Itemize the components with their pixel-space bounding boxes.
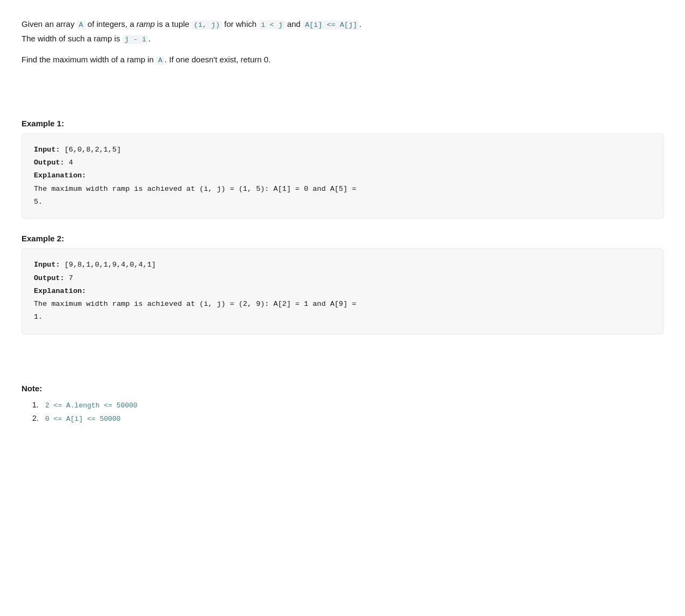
example1-input-label: Input: [34,146,60,154]
example2-explanation-text1: The maximum width ramp is achieved at (i… [34,298,651,311]
note-item-1-num: 1. [32,400,41,409]
example1-explanation-label: Explanation: [34,171,86,180]
code-A1: A [77,20,85,30]
problem-container: Given an array A of integers, a ramp is … [22,17,663,423]
example2-explanation-line: Explanation: [34,285,651,298]
example1-explanation-text1: The maximum width ramp is achieved at (i… [34,183,651,196]
example1-title: Example 1: [22,119,663,128]
code-A2: A [156,56,165,65]
example1-output-label: Output: [34,159,65,167]
example1-input-value: [6,0,8,2,1,5] [60,146,121,154]
example1-explanation-line: Explanation: [34,169,651,182]
example1-explanation-text2: 5. [34,196,651,209]
code-tuple: (i, j) [191,20,222,30]
example2-input-label: Input: [34,261,60,269]
note-item-2-num: 2. [32,414,41,422]
note-item-2: 2. 0 <= A[i] <= 50000 [32,414,663,423]
code-width: j - i [123,35,149,44]
note-title: Note: [22,384,663,393]
example2-input-line: Input: [9,8,1,0,1,9,4,0,4,1] [34,259,651,271]
example2-explanation-text2: 1. [34,311,651,324]
example2-section: Example 2: Input: [9,8,1,0,1,9,4,0,4,1] … [22,234,663,334]
example1-input-line: Input: [6,0,8,2,1,5] [34,144,651,156]
note-section: Note: 1. 2 <= A.length <= 50000 2. 0 <= … [22,384,663,423]
note-list: 1. 2 <= A.length <= 50000 2. 0 <= A[i] <… [22,400,663,423]
code-condition2: A[i] <= A[j] [303,20,359,30]
example1-output-value: 4 [65,159,73,167]
example2-input-value: [9,8,1,0,1,9,4,0,4,1] [60,261,156,269]
note-item-2-code: 0 <= A[i] <= 50000 [45,415,120,423]
example2-output-label: Output: [34,274,65,282]
description-line1: Given an array A of integers, a ramp is … [22,17,663,46]
example2-output-line: Output: 7 [34,272,651,285]
note-item-1-code: 2 <= A.length <= 50000 [45,402,138,410]
note-item-1: 1. 2 <= A.length <= 50000 [32,400,663,410]
italic-ramp: ramp [137,19,155,28]
example2-explanation-label: Explanation: [34,287,86,295]
example1-output-line: Output: 4 [34,156,651,169]
example1-section: Example 1: Input: [6,0,8,2,1,5] Output: … [22,119,663,219]
problem-description: Given an array A of integers, a ramp is … [22,17,663,67]
example2-code-block: Input: [9,8,1,0,1,9,4,0,4,1] Output: 7 E… [22,248,663,334]
code-condition1: i < j [259,20,285,30]
example1-code-block: Input: [6,0,8,2,1,5] Output: 4 Explanati… [22,133,663,219]
example2-output-value: 7 [65,274,73,282]
example2-title: Example 2: [22,234,663,243]
description-line2: Find the maximum width of a ramp in A. I… [22,53,663,67]
